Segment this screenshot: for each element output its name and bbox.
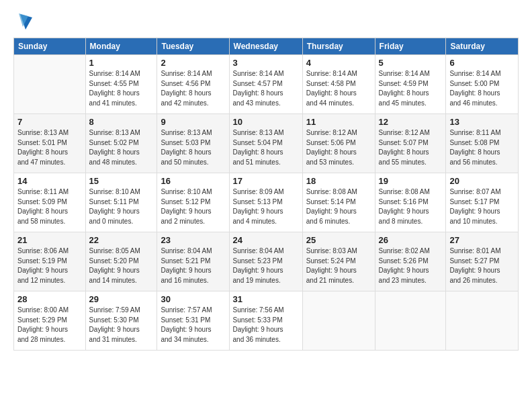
day-info: Sunrise: 8:14 AM Sunset: 4:56 PM Dayligh…: [161, 69, 225, 108]
logo-icon: [13, 11, 34, 31]
day-number: 9: [161, 117, 225, 127]
day-info: Sunrise: 8:12 AM Sunset: 5:06 PM Dayligh…: [306, 128, 371, 167]
week-row: 14Sunrise: 8:11 AM Sunset: 5:09 PM Dayli…: [14, 173, 519, 232]
day-info: Sunrise: 8:00 AM Sunset: 5:29 PM Dayligh…: [17, 306, 82, 345]
day-info: Sunrise: 7:59 AM Sunset: 5:30 PM Dayligh…: [89, 306, 154, 345]
day-info: Sunrise: 8:14 AM Sunset: 5:00 PM Dayligh…: [449, 69, 515, 108]
day-number: 27: [449, 235, 515, 245]
day-info: Sunrise: 8:13 AM Sunset: 5:04 PM Dayligh…: [233, 128, 299, 167]
day-info: Sunrise: 8:06 AM Sunset: 5:19 PM Dayligh…: [17, 246, 82, 285]
day-number: 30: [161, 294, 225, 304]
calendar-cell: 14Sunrise: 8:11 AM Sunset: 5:09 PM Dayli…: [14, 173, 86, 232]
day-number: 22: [89, 235, 154, 245]
day-info: Sunrise: 8:13 AM Sunset: 5:03 PM Dayligh…: [161, 128, 225, 167]
day-number: 7: [17, 117, 82, 127]
day-number: 5: [379, 58, 443, 68]
day-info: Sunrise: 8:14 AM Sunset: 4:57 PM Dayligh…: [233, 69, 299, 108]
day-info: Sunrise: 8:13 AM Sunset: 5:02 PM Dayligh…: [89, 128, 154, 167]
calendar-cell: 28Sunrise: 8:00 AM Sunset: 5:29 PM Dayli…: [14, 291, 86, 351]
day-info: Sunrise: 8:08 AM Sunset: 5:16 PM Dayligh…: [379, 187, 443, 226]
calendar-cell: 15Sunrise: 8:10 AM Sunset: 5:11 PM Dayli…: [85, 173, 157, 232]
calendar-cell: [302, 291, 375, 351]
day-number: 21: [17, 235, 82, 245]
calendar-cell: [446, 291, 519, 351]
day-number: 6: [449, 58, 515, 68]
day-number: 13: [449, 117, 515, 127]
week-row: 1Sunrise: 8:14 AM Sunset: 4:55 PM Daylig…: [14, 55, 519, 114]
calendar-cell: 22Sunrise: 8:05 AM Sunset: 5:20 PM Dayli…: [85, 232, 157, 291]
calendar-cell: 29Sunrise: 7:59 AM Sunset: 5:30 PM Dayli…: [85, 291, 157, 351]
day-info: Sunrise: 8:08 AM Sunset: 5:14 PM Dayligh…: [306, 187, 371, 226]
day-number: 4: [306, 58, 371, 68]
page-header: [13, 11, 519, 31]
day-info: Sunrise: 8:11 AM Sunset: 5:09 PM Dayligh…: [17, 187, 82, 226]
day-number: 18: [306, 176, 371, 186]
day-info: Sunrise: 8:10 AM Sunset: 5:12 PM Dayligh…: [161, 187, 225, 226]
day-number: 1: [89, 58, 154, 68]
calendar-cell: 16Sunrise: 8:10 AM Sunset: 5:12 PM Dayli…: [157, 173, 229, 232]
day-number: 14: [17, 176, 82, 186]
day-number: 23: [161, 235, 225, 245]
calendar-cell: 11Sunrise: 8:12 AM Sunset: 5:06 PM Dayli…: [302, 114, 375, 173]
day-number: 24: [233, 235, 299, 245]
day-number: 31: [233, 294, 299, 304]
calendar-page: SundayMondayTuesdayWednesdayThursdayFrid…: [0, 0, 532, 411]
day-number: 29: [89, 294, 154, 304]
day-number: 20: [449, 176, 515, 186]
calendar-cell: 18Sunrise: 8:08 AM Sunset: 5:14 PM Dayli…: [302, 173, 375, 232]
weekday-header-row: SundayMondayTuesdayWednesdayThursdayFrid…: [14, 38, 519, 55]
calendar-cell: 17Sunrise: 8:09 AM Sunset: 5:13 PM Dayli…: [229, 173, 302, 232]
day-number: 2: [161, 58, 225, 68]
day-info: Sunrise: 7:57 AM Sunset: 5:31 PM Dayligh…: [161, 306, 225, 345]
day-number: 12: [379, 117, 443, 127]
day-info: Sunrise: 8:12 AM Sunset: 5:07 PM Dayligh…: [379, 128, 443, 167]
calendar-cell: 25Sunrise: 8:03 AM Sunset: 5:24 PM Dayli…: [302, 232, 375, 291]
day-info: Sunrise: 8:02 AM Sunset: 5:26 PM Dayligh…: [379, 246, 443, 285]
calendar-cell: 5Sunrise: 8:14 AM Sunset: 4:59 PM Daylig…: [375, 55, 446, 114]
day-number: 8: [89, 117, 154, 127]
calendar-cell: 4Sunrise: 8:14 AM Sunset: 4:58 PM Daylig…: [302, 55, 375, 114]
day-number: 15: [89, 176, 154, 186]
calendar-cell: 30Sunrise: 7:57 AM Sunset: 5:31 PM Dayli…: [157, 291, 229, 351]
calendar-cell: [14, 55, 86, 114]
weekday-header-friday: Friday: [375, 38, 446, 55]
calendar-cell: 7Sunrise: 8:13 AM Sunset: 5:01 PM Daylig…: [14, 114, 86, 173]
week-row: 28Sunrise: 8:00 AM Sunset: 5:29 PM Dayli…: [14, 291, 519, 351]
day-number: 19: [379, 176, 443, 186]
day-number: 26: [379, 235, 443, 245]
calendar-cell: 20Sunrise: 8:07 AM Sunset: 5:17 PM Dayli…: [446, 173, 519, 232]
calendar-cell: 10Sunrise: 8:13 AM Sunset: 5:04 PM Dayli…: [229, 114, 302, 173]
day-info: Sunrise: 7:56 AM Sunset: 5:33 PM Dayligh…: [233, 306, 299, 345]
calendar-cell: 8Sunrise: 8:13 AM Sunset: 5:02 PM Daylig…: [85, 114, 157, 173]
day-number: 10: [233, 117, 299, 127]
weekday-header-thursday: Thursday: [302, 38, 375, 55]
day-info: Sunrise: 8:10 AM Sunset: 5:11 PM Dayligh…: [89, 187, 154, 226]
calendar-cell: 1Sunrise: 8:14 AM Sunset: 4:55 PM Daylig…: [85, 55, 157, 114]
day-info: Sunrise: 8:13 AM Sunset: 5:01 PM Dayligh…: [17, 128, 82, 167]
calendar-cell: 3Sunrise: 8:14 AM Sunset: 4:57 PM Daylig…: [229, 55, 302, 114]
day-number: 28: [17, 294, 82, 304]
calendar-cell: 2Sunrise: 8:14 AM Sunset: 4:56 PM Daylig…: [157, 55, 229, 114]
day-info: Sunrise: 8:04 AM Sunset: 5:23 PM Dayligh…: [233, 246, 299, 285]
day-number: 25: [306, 235, 371, 245]
day-info: Sunrise: 8:05 AM Sunset: 5:20 PM Dayligh…: [89, 246, 154, 285]
calendar-cell: 21Sunrise: 8:06 AM Sunset: 5:19 PM Dayli…: [14, 232, 86, 291]
weekday-header-sunday: Sunday: [14, 38, 86, 55]
day-info: Sunrise: 8:03 AM Sunset: 5:24 PM Dayligh…: [306, 246, 371, 285]
calendar-cell: 13Sunrise: 8:11 AM Sunset: 5:08 PM Dayli…: [446, 114, 519, 173]
calendar-cell: 26Sunrise: 8:02 AM Sunset: 5:26 PM Dayli…: [375, 232, 446, 291]
calendar-table: SundayMondayTuesdayWednesdayThursdayFrid…: [13, 38, 519, 351]
day-info: Sunrise: 8:14 AM Sunset: 4:59 PM Dayligh…: [379, 69, 443, 108]
day-info: Sunrise: 8:14 AM Sunset: 4:58 PM Dayligh…: [306, 69, 371, 108]
day-number: 11: [306, 117, 371, 127]
day-number: 3: [233, 58, 299, 68]
day-number: 16: [161, 176, 225, 186]
weekday-header-monday: Monday: [85, 38, 157, 55]
calendar-cell: [375, 291, 446, 351]
day-info: Sunrise: 8:07 AM Sunset: 5:17 PM Dayligh…: [449, 187, 515, 226]
day-info: Sunrise: 8:14 AM Sunset: 4:55 PM Dayligh…: [89, 69, 154, 108]
calendar-cell: 6Sunrise: 8:14 AM Sunset: 5:00 PM Daylig…: [446, 55, 519, 114]
logo: [13, 11, 34, 31]
day-info: Sunrise: 8:01 AM Sunset: 5:27 PM Dayligh…: [449, 246, 515, 285]
day-info: Sunrise: 8:04 AM Sunset: 5:21 PM Dayligh…: [161, 246, 225, 285]
